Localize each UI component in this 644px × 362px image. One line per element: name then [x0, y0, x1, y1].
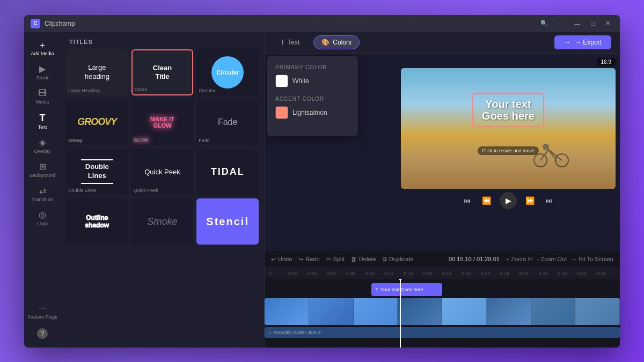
thumb-8	[575, 298, 620, 325]
title-card-clean[interactable]: Clean Title Clean	[131, 49, 194, 96]
sidebar-item-feature-flags[interactable]: ··· Feature Flags	[25, 300, 60, 324]
card-fade-text: Fade	[218, 117, 237, 127]
undo-button[interactable]: ↩ Undo	[271, 256, 292, 263]
duplicate-button[interactable]: ⧉ Duplicate	[383, 256, 414, 263]
thumb-1	[265, 298, 309, 325]
split-icon: ✂	[326, 256, 331, 263]
sidebar-item-logo[interactable]: ◎ Logo	[24, 206, 61, 231]
zoom-controls: + Zoom In - Zoom Out ↔ Fit To Screen	[506, 256, 613, 262]
logo-icon: ◎	[39, 211, 46, 219]
sidebar-item-background[interactable]: ⊞ Background	[24, 158, 61, 182]
text-track-label: Your text Goes here	[380, 287, 423, 292]
delete-button[interactable]: 🗑 Delete	[351, 256, 376, 262]
sidebar-item-media[interactable]: 🎞 Media	[24, 85, 61, 109]
overlay-icon: ◈	[39, 138, 46, 147]
playhead[interactable]	[400, 279, 401, 348]
sidebar-item-text[interactable]: T Text	[24, 109, 61, 134]
sidebar-item-add-media[interactable]: ＋ Add Media	[24, 36, 61, 61]
rewind-button[interactable]: ⏪	[480, 194, 493, 207]
panel-header: TITLES	[61, 32, 264, 49]
redo-button[interactable]: ↪ Redo	[298, 256, 319, 263]
ruler-mark-16: 0:32	[577, 271, 596, 276]
title-card-double-lines[interactable]: Double Lines Double Lines	[66, 149, 128, 195]
media-icon: 🎞	[38, 89, 47, 98]
sidebar-label-overlay: Overlay	[34, 149, 50, 154]
split-label: Split	[333, 256, 345, 262]
duplicate-label: Duplicate	[389, 256, 414, 262]
timeline-toolbar: ↩ Undo ↪ Redo ✂ Split 🗑 Delete	[265, 251, 620, 268]
zoom-out-button[interactable]: - Zoom Out	[537, 256, 567, 262]
ruler-mark-17: 0:34	[596, 271, 616, 276]
card-glow-text: MAKE IT GLOW	[150, 116, 174, 129]
export-button[interactable]: → → Export	[554, 35, 611, 49]
more-icon[interactable]: ···	[555, 19, 567, 28]
card-stencil-text: Stencil	[206, 216, 249, 228]
card-outline-text: Outline shadow	[85, 214, 109, 230]
text-icon: T	[40, 113, 46, 123]
audio-track[interactable]: ♪ Acoustic Guitar Jam 3	[265, 327, 620, 338]
redo-label: Redo	[305, 256, 319, 262]
fit-screen-button[interactable]: ↔ Fit To Screen	[571, 256, 613, 262]
title-card-circular[interactable]: Circular Circular	[196, 49, 259, 96]
sidebar-item-transition[interactable]: ⇄ Transition	[24, 182, 61, 206]
sidebar-bottom: ··· Feature Flags ?	[25, 300, 60, 348]
current-time: 00:15.10	[449, 256, 472, 262]
fast-forward-button[interactable]: ⏩	[523, 194, 537, 207]
title-card-groovy[interactable]: GROOVY Groovy	[66, 99, 128, 145]
card-large-heading-text: Large heading	[83, 61, 112, 84]
redo-icon: ↪	[298, 256, 303, 263]
ruler-mark-6: 0:12	[384, 271, 404, 276]
maximize-button[interactable]: □	[588, 19, 598, 28]
close-button[interactable]: ✕	[602, 19, 613, 28]
thumb-3	[354, 298, 398, 325]
sidebar-item-stock[interactable]: ▶ Stock	[24, 61, 61, 85]
title-card-fade[interactable]: Fade Fade	[196, 99, 259, 145]
card-clean-text: Clean Title	[153, 64, 172, 80]
sidebar-item-overlay[interactable]: ◈ Overlay	[24, 134, 61, 158]
ruler-mark-0: 0	[269, 271, 288, 276]
tab-text[interactable]: T Text	[273, 36, 307, 49]
video-track[interactable]	[265, 298, 620, 325]
text-overlay-line1: Your text	[482, 98, 535, 110]
ruler-mark-3: 0:06	[327, 271, 346, 276]
title-card-smoke[interactable]: Smoke	[131, 198, 194, 245]
ruler-mark-9: 0:18	[442, 271, 462, 276]
play-button[interactable]: ▶	[500, 192, 517, 209]
timeline-tracks: T Your text Goes here	[265, 279, 620, 348]
title-card-tidal[interactable]: TIDAL	[196, 149, 259, 195]
primary-color-name: White	[292, 77, 309, 85]
title-bar-right: 🔍 ··· — □ ✕	[537, 19, 613, 28]
sidebar-label-add-media: Add Media	[31, 51, 54, 56]
tab-colors[interactable]: 🎨 Colors	[313, 35, 360, 49]
minimize-button[interactable]: —	[571, 19, 583, 28]
text-overlay-box[interactable]: Your text Goes here	[472, 93, 544, 127]
search-icon[interactable]: 🔍	[537, 19, 551, 28]
accent-color-swatch[interactable]	[275, 106, 288, 119]
ruler-marks: 0 0:02 0:04 0:06 0:08 0:10 0:12 0:14 0:1…	[269, 271, 616, 276]
card-tidal-text: TIDAL	[211, 166, 245, 178]
split-button[interactable]: ✂ Split	[326, 256, 345, 263]
text-tab-label: Text	[288, 39, 299, 46]
sidebar-item-help[interactable]: ?	[25, 324, 60, 343]
primary-color-row: White	[275, 75, 349, 87]
title-card-large-heading[interactable]: Large heading Large Heading	[66, 49, 128, 96]
ruler-mark-10: 0:20	[462, 271, 481, 276]
skip-back-button[interactable]: ⏮	[462, 194, 473, 207]
skip-forward-button[interactable]: ⏭	[543, 194, 555, 207]
title-card-quick-peek[interactable]: Quick Peek Quick Peek	[131, 149, 194, 195]
ruler-mark-14: 0:28	[538, 271, 558, 276]
zoom-in-button[interactable]: + Zoom In	[506, 256, 533, 262]
title-card-glow[interactable]: MAKE IT GLOW Glow	[131, 99, 194, 145]
top-bar: T Text 🎨 Colors → → Export	[265, 32, 620, 54]
sidebar-label-transition: Transition	[32, 197, 53, 202]
primary-color-label: PRIMARY COLOR	[275, 64, 349, 70]
primary-color-swatch[interactable]	[275, 75, 288, 87]
title-card-outline-shadow[interactable]: Outline shadow	[66, 198, 128, 245]
video-preview[interactable]: Your text Goes here Click to resize and …	[401, 68, 616, 189]
ruler-mark-12: 0:24	[500, 271, 519, 276]
sidebar-label-logo: Logo	[37, 221, 48, 226]
card-quickpeek-text: Quick Peek	[144, 168, 180, 176]
title-card-stencil[interactable]: Stencil	[196, 198, 259, 245]
video-background	[401, 68, 616, 189]
text-track[interactable]: T Your text Goes here	[371, 283, 442, 296]
